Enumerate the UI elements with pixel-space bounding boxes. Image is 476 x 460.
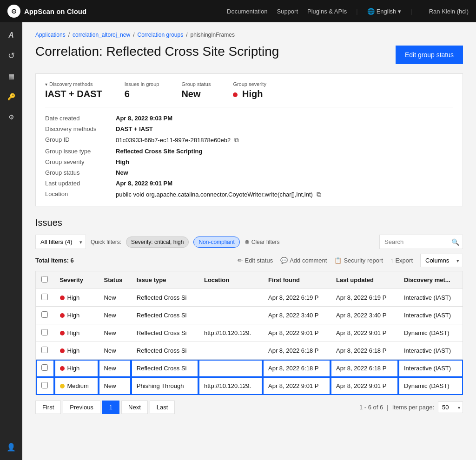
group-id-value: 01c03933-66b7-ec11-997e-281878e60eb2 ⧉	[116, 136, 453, 144]
edit-group-status-button[interactable]: Edit group status	[396, 46, 463, 64]
export-button[interactable]: ↑ Export	[390, 257, 413, 264]
select-all-checkbox[interactable]	[41, 276, 48, 283]
location-copy-button[interactable]: ⧉	[315, 191, 323, 198]
header-severity[interactable]: Severity	[54, 271, 99, 289]
non-compliant-filter-tag[interactable]: Non-compliant	[193, 237, 239, 248]
row-issue-type[interactable]: Reflected Cross Si	[131, 342, 198, 360]
top-nav: ⊙ AppScan on Cloud Documentation Support…	[0, 0, 476, 22]
wrench-icon: 🔑	[7, 93, 15, 100]
group-status-detail-label: Group status	[45, 169, 110, 176]
previous-page-button[interactable]: Previous	[63, 401, 100, 414]
current-page-button[interactable]: 1	[102, 401, 119, 414]
edit-icon: ✏	[238, 257, 243, 264]
row-checkbox[interactable]	[41, 382, 48, 388]
severity-dot-icon	[60, 348, 65, 353]
group-severity-detail-value: High	[116, 158, 453, 165]
next-page-button[interactable]: Next	[121, 401, 148, 414]
severity-dot-icon	[60, 313, 65, 318]
sidebar-item-settings[interactable]: ⚙	[2, 108, 20, 126]
group-id-copy-button[interactable]: ⧉	[232, 136, 241, 144]
quick-filters-label: Quick filters:	[91, 239, 121, 245]
row-location: http://10.120.129.	[198, 324, 263, 342]
first-page-button[interactable]: First	[35, 401, 61, 414]
issues-in-group-value: 6	[125, 89, 159, 99]
clear-filters-button[interactable]: ⊗ Clear filters	[245, 238, 280, 245]
row-issue-type[interactable]: Reflected Cross Si	[131, 324, 198, 342]
items-per-page-text: Items per page:	[392, 404, 434, 411]
columns-select[interactable]: Columns	[420, 254, 463, 267]
add-comment-button[interactable]: 💬 Add comment	[280, 257, 327, 264]
table-row[interactable]: High New Reflected Cross Si Apr 8, 2022 …	[36, 342, 463, 360]
date-created-label: Date created	[45, 115, 110, 122]
language-selector[interactable]: 🌐 English ▾	[367, 8, 402, 15]
row-first-found: Apr 8, 2022 6:19 P	[263, 289, 331, 307]
user-label[interactable]: Ran Klein (hcl)	[429, 8, 469, 15]
sidebar-item-tools[interactable]: 🔑	[2, 87, 20, 106]
table-row[interactable]: High New Reflected Cross Si Apr 8, 2022 …	[36, 307, 463, 324]
sidebar-item-user[interactable]: A	[2, 26, 20, 45]
nav-documentation[interactable]: Documentation	[227, 8, 267, 15]
top-nav-links: Documentation Support Plugins & APIs | 🌐…	[227, 8, 469, 15]
row-last-updated: Apr 8, 2022 3:40 P	[331, 307, 398, 324]
row-issue-type[interactable]: Reflected Cross Si	[131, 289, 198, 307]
edit-status-button[interactable]: ✏ Edit status	[238, 257, 273, 264]
header-discovery-method[interactable]: Discovery met...	[398, 271, 463, 289]
nav-plugins[interactable]: Plugins & APIs	[307, 8, 347, 15]
table-toolbar: Total items: 6 ✏ Edit status 💬 Add comme…	[35, 254, 463, 267]
row-checkbox-cell	[36, 289, 54, 307]
table-row[interactable]: Medium New Phishing Through http://10.12…	[36, 377, 463, 395]
row-checkbox[interactable]	[41, 311, 48, 318]
info-details-grid: Date created Apr 8, 2022 9:03 PM Discove…	[45, 115, 453, 198]
nav-support[interactable]: Support	[277, 8, 298, 15]
breadcrumb-correlation-groups[interactable]: Correlation groups	[137, 32, 183, 38]
header-location[interactable]: Location	[198, 271, 263, 289]
app-logo[interactable]: ⊙ AppScan on Cloud	[7, 5, 86, 18]
items-per-page-wrapper[interactable]: 50 25 100	[438, 401, 463, 413]
search-wrapper: 🔍	[379, 235, 463, 249]
search-icon-button[interactable]: 🔍	[451, 238, 459, 246]
last-page-button[interactable]: Last	[150, 401, 175, 414]
pagination-right: 1 - 6 of 6 | Items per page: 50 25 100	[359, 401, 463, 413]
row-last-updated: Apr 8, 2022 6:19 P	[331, 289, 398, 307]
location-label: Location	[45, 191, 110, 198]
row-first-found: Apr 8, 2022 6:18 P	[263, 360, 331, 377]
columns-dropdown-wrapper[interactable]: Columns	[420, 254, 463, 267]
header-first-found[interactable]: First found	[263, 271, 331, 289]
row-checkbox[interactable]	[41, 329, 48, 335]
sidebar-item-profile[interactable]: 👤	[2, 438, 20, 456]
breadcrumb-correlation[interactable]: correlation_altoroj_new	[73, 32, 130, 38]
row-checkbox-cell	[36, 360, 54, 377]
row-checkbox-cell	[36, 307, 54, 324]
all-filters-dropdown[interactable]: All filters (4)	[35, 235, 86, 249]
items-per-page-select[interactable]: 50 25 100	[438, 401, 463, 413]
all-filters-select[interactable]: All filters (4)	[35, 235, 86, 249]
header-checkbox-col	[36, 271, 54, 289]
row-checkbox[interactable]	[41, 347, 48, 353]
row-issue-type[interactable]: Phishing Through	[131, 377, 198, 395]
total-items-label: Total items: 6	[35, 257, 74, 264]
row-issue-type[interactable]: Reflected Cross Si	[131, 360, 198, 377]
row-checkbox-cell	[36, 324, 54, 342]
location-value: public void org.apache.catalina.connecto…	[116, 191, 453, 198]
row-checkbox[interactable]	[41, 294, 48, 300]
breadcrumb-applications[interactable]: Applications	[35, 32, 66, 38]
table-row[interactable]: High New Reflected Cross Si Apr 8, 2022 …	[36, 360, 463, 377]
header-last-updated[interactable]: Last updated	[331, 271, 398, 289]
sidebar-item-chart[interactable]: ▦	[2, 67, 20, 85]
row-checkbox[interactable]	[41, 364, 48, 371]
search-input[interactable]	[379, 235, 463, 249]
row-severity: Medium	[54, 377, 99, 395]
table-row[interactable]: High New Reflected Cross Si Apr 8, 2022 …	[36, 289, 463, 307]
header-issue-type[interactable]: Issue type	[131, 271, 198, 289]
row-location	[198, 307, 263, 324]
security-report-button[interactable]: 📋 Security report	[334, 257, 383, 264]
sidebar-item-refresh[interactable]: ↺	[2, 46, 20, 65]
row-issue-type[interactable]: Reflected Cross Si	[131, 307, 198, 324]
row-status: New	[99, 307, 131, 324]
table-row[interactable]: High New Reflected Cross Si http://10.12…	[36, 324, 463, 342]
group-status-section: Group status New	[181, 81, 211, 99]
severity-filter-tag[interactable]: Severity: critical, high	[126, 237, 189, 248]
severity-dot-icon	[60, 331, 65, 335]
group-severity-value: High	[233, 89, 266, 99]
header-status[interactable]: Status	[99, 271, 131, 289]
